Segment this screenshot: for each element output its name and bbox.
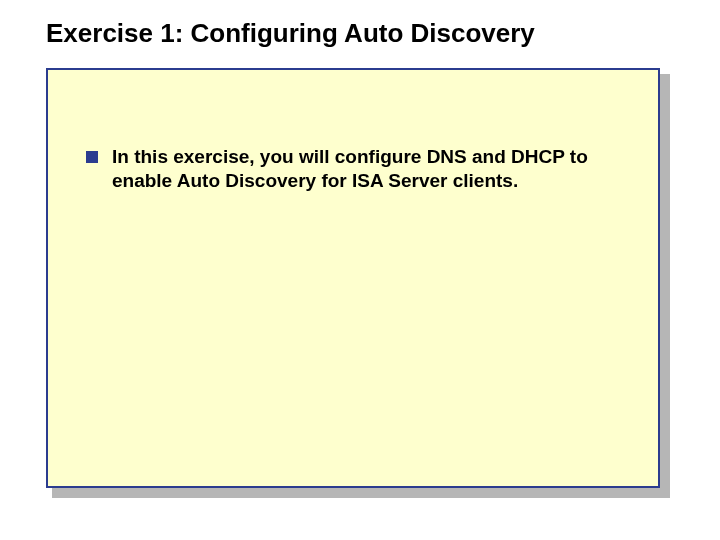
square-bullet-icon — [86, 151, 98, 163]
bullet-item: In this exercise, you will configure DNS… — [86, 145, 628, 193]
slide-title: Exercise 1: Configuring Auto Discovery — [46, 18, 535, 49]
content-panel: In this exercise, you will configure DNS… — [46, 68, 660, 488]
bullet-text: In this exercise, you will configure DNS… — [112, 145, 628, 193]
slide: Exercise 1: Configuring Auto Discovery I… — [0, 0, 720, 540]
